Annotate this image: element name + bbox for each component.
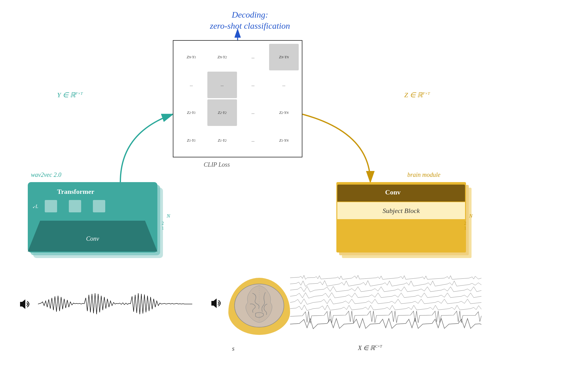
matrix-cell: ZN·Y2: [207, 44, 237, 70]
eeg-signals-svg: [290, 272, 481, 346]
audio-waveform-section: [19, 290, 192, 318]
brain-svg: [231, 279, 288, 332]
1-label-left: 1: [162, 226, 164, 231]
matrix-cell-shaded: ZN·YN: [269, 44, 299, 70]
clip-loss-label: CLIP Loss: [204, 161, 230, 168]
matrix-cell: ...: [269, 72, 299, 98]
svg-marker-6: [20, 299, 25, 309]
matrix-cell: ...: [238, 127, 268, 154]
wav2vec-module-stack: Transformer ↙L Conv: [28, 182, 164, 262]
speaker-icon-right: [210, 296, 224, 310]
matrix-grid: ZN·Y1 ZN·Y2 ... ZN·YN ... ... ... ... Z2…: [173, 41, 302, 157]
2-label-left: 2: [162, 221, 164, 226]
brain-module-label: brain module: [407, 171, 440, 178]
matrix-cell: ...: [177, 72, 206, 98]
matrix-cell: Z1·Y2: [207, 127, 237, 154]
y-math-label: Y ∈ ℝF×T: [57, 91, 83, 99]
matrix-cell: ...: [238, 99, 268, 126]
matrix-cell-shaded: Z2·Y2: [207, 99, 237, 126]
conv-dark-bar: Conv: [337, 185, 465, 202]
n-label-left: N: [167, 213, 170, 219]
t-square-3: [93, 200, 105, 212]
diagram-container: Decoding: zero-shot classification ZN·Y1…: [0, 0, 582, 392]
x-math-label: X ∈ ℝC×T: [358, 344, 382, 352]
teal-main-box: Transformer ↙L Conv: [28, 182, 157, 252]
matrix-cell: Z2·Y1: [177, 99, 206, 126]
matrix-cell: ...: [238, 44, 268, 70]
1-label-right: 1: [464, 226, 466, 231]
speaker-icon-left: [19, 297, 32, 311]
t-square-2: [69, 200, 81, 212]
matrix-cell-shaded: ...: [207, 72, 237, 98]
transformer-squares: [45, 200, 105, 212]
matrix-box: ZN·Y1 ZN·Y2 ... ZN·YN ... ... ... ... Z2…: [173, 40, 302, 157]
subject-block-label: Subject Block: [383, 207, 420, 215]
svg-text:Conv: Conv: [86, 235, 99, 242]
s-label: s: [232, 345, 235, 352]
matrix-cell: Z2·YN: [269, 99, 299, 126]
brain-illustration: [228, 275, 296, 336]
t-square-1: [45, 200, 57, 212]
2-label-right: 2: [464, 221, 466, 226]
matrix-cell: ...: [238, 72, 268, 98]
matrix-cell: ZN·Y1: [177, 44, 206, 70]
wav2vec-label: wav2vec 2.0: [31, 171, 61, 178]
n-label-right: N: [469, 213, 472, 219]
decoding-title: Decoding: zero-shot classification: [197, 9, 302, 32]
transformer-label: Transformer: [57, 188, 94, 196]
matrix-cell: Z1·YN: [269, 127, 299, 154]
subject-block-bar: Subject Block: [337, 202, 465, 219]
conv-trapezoid-svg: Conv: [28, 218, 157, 252]
z-math-label: Z ∈ ℝF×T: [404, 91, 430, 99]
svg-marker-7: [211, 298, 217, 308]
l-loop-label: ↙L: [32, 204, 38, 209]
conv-label-right: Conv: [385, 188, 401, 196]
audio-waveform-svg: [38, 290, 192, 318]
matrix-cell: Z1·Y1: [177, 127, 206, 154]
